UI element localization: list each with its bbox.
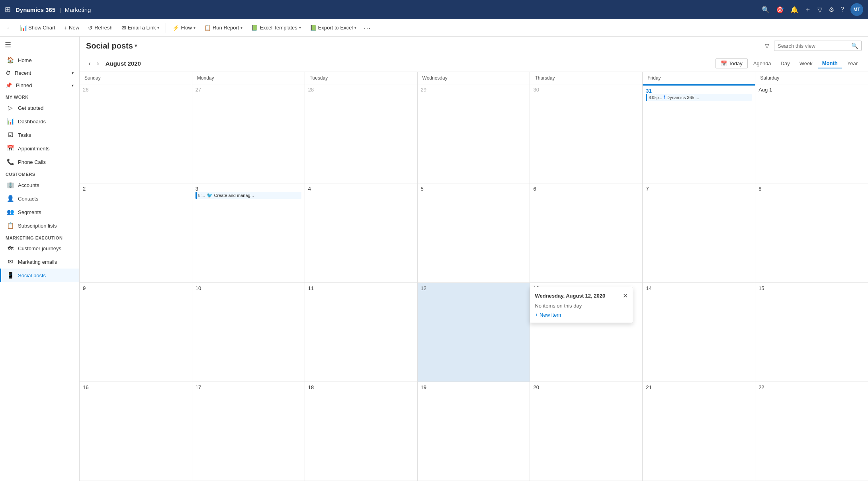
cal-cell-aug1[interactable]: Aug 1 xyxy=(755,84,868,183)
search-input[interactable] xyxy=(778,43,849,49)
cal-cell-8[interactable]: 8 xyxy=(755,183,868,282)
cal-cell-16[interactable]: 16 xyxy=(80,382,192,481)
sidebar-item-label: Segments xyxy=(18,209,41,215)
cal-cell-14[interactable]: 14 xyxy=(643,283,755,382)
run-report-chevron[interactable]: ▾ xyxy=(240,25,242,30)
apps-icon[interactable]: ⊞ xyxy=(5,5,11,14)
sidebar-item-marketing-emails[interactable]: ✉ Marketing emails xyxy=(0,255,79,269)
cal-header-monday: Monday xyxy=(192,72,305,84)
cal-cell-22[interactable]: 22 xyxy=(755,382,868,481)
cal-cell-20[interactable]: 20 xyxy=(530,382,643,481)
email-link-button[interactable]: ✉ Email a Link ▾ xyxy=(117,23,164,33)
sidebar-item-recent[interactable]: ⏱ Recent ▾ xyxy=(0,67,79,79)
cal-view-month[interactable]: Month xyxy=(818,58,842,68)
export-excel-button[interactable]: 📗 Export to Excel ▾ xyxy=(306,23,360,33)
cal-view-week[interactable]: Week xyxy=(796,59,817,68)
back-button[interactable]: ← xyxy=(3,23,15,33)
flow-chevron[interactable]: ▾ xyxy=(194,25,195,30)
email-link-label: Email a Link xyxy=(128,25,156,31)
cal-cell-27[interactable]: 27 xyxy=(192,84,305,183)
cal-cell-21[interactable]: 21 xyxy=(643,382,755,481)
cal-date: 3 xyxy=(195,186,198,192)
cal-view-day[interactable]: Day xyxy=(777,59,794,68)
cal-date: 26 xyxy=(83,87,88,93)
sidebar-item-accounts[interactable]: 🏢 Accounts xyxy=(0,178,79,192)
excel-templates-button[interactable]: 📗 Excel Templates ▾ xyxy=(247,23,305,33)
sidebar-toggle[interactable]: ☰ xyxy=(0,37,79,53)
settings-icon[interactable]: ⚙ xyxy=(829,6,834,14)
new-button[interactable]: + New xyxy=(60,23,83,33)
target-icon[interactable]: 🎯 xyxy=(776,6,784,14)
sidebar-item-get-started[interactable]: ▷ Get started xyxy=(0,101,79,115)
cal-week-row: 9 10 11 12 Wednesday, August 12, 2020 ✕ … xyxy=(80,283,868,382)
cal-cell-19[interactable]: 19 xyxy=(418,382,530,481)
sidebar-item-home[interactable]: 🏠 Home xyxy=(0,53,79,67)
bell-icon[interactable]: 🔔 xyxy=(790,6,798,14)
sidebar-item-pinned[interactable]: 📌 Pinned ▾ xyxy=(0,79,79,92)
marketing-execution-section: Marketing execution xyxy=(0,232,79,242)
more-button[interactable]: ⋯ xyxy=(361,23,373,32)
cal-event[interactable]: 8:05p... f Dynamics 365 ... xyxy=(646,94,752,101)
flow-icon: ⚡ xyxy=(172,25,179,31)
view-filter-icon[interactable]: ▽ xyxy=(763,41,771,51)
cal-cell-4[interactable]: 4 xyxy=(305,183,418,282)
day-popup-new-item[interactable]: + New item xyxy=(535,312,628,318)
cal-prev-button[interactable]: ‹ xyxy=(86,59,93,68)
cal-cell-15[interactable]: 15 xyxy=(755,283,868,382)
add-icon[interactable]: ＋ xyxy=(805,6,811,14)
sidebar-item-segments[interactable]: 👥 Segments xyxy=(0,205,79,219)
excel-templates-chevron[interactable]: ▾ xyxy=(299,25,301,30)
refresh-button[interactable]: ↺ Refresh xyxy=(84,23,117,33)
cal-today-label: Today xyxy=(729,60,743,66)
export-excel-chevron[interactable]: ▾ xyxy=(354,25,356,30)
cal-cell-12[interactable]: 12 Wednesday, August 12, 2020 ✕ No items… xyxy=(418,283,530,382)
cal-next-button[interactable]: › xyxy=(94,59,101,68)
sidebar-item-social-posts[interactable]: 📱 Social posts xyxy=(0,269,79,282)
cal-cell-17[interactable]: 17 xyxy=(192,382,305,481)
cal-event[interactable]: 8:... 🐦 Create and manag... xyxy=(195,192,301,199)
cal-cell-3[interactable]: 3 8:... 🐦 Create and manag... xyxy=(192,183,305,282)
cal-cell-10[interactable]: 10 xyxy=(192,283,305,382)
sidebar-item-subscription-lists[interactable]: 📋 Subscription lists xyxy=(0,219,79,232)
phone-icon: 📞 xyxy=(7,158,14,166)
cal-cell-29[interactable]: 29 xyxy=(418,84,530,183)
email-link-chevron[interactable]: ▾ xyxy=(157,25,159,30)
cal-cell-30[interactable]: 30 xyxy=(530,84,643,183)
search-icon: 🔍 xyxy=(851,43,858,49)
cal-today-button[interactable]: 📅 Today xyxy=(716,58,748,68)
flow-button[interactable]: ⚡ Flow ▾ xyxy=(168,23,199,33)
cal-cell-6[interactable]: 6 xyxy=(530,183,643,282)
cal-cell-11[interactable]: 11 xyxy=(305,283,418,382)
cal-view-year[interactable]: Year xyxy=(843,59,862,68)
sidebar-item-dashboards[interactable]: 📊 Dashboards xyxy=(0,115,79,128)
help-icon[interactable]: ? xyxy=(841,6,844,13)
home-icon: 🏠 xyxy=(7,56,14,64)
cal-cell-31[interactable]: 31 8:05p... f Dynamics 365 ... xyxy=(643,84,755,183)
cal-cell-26[interactable]: 26 xyxy=(80,84,192,183)
sidebar-item-contacts[interactable]: 👤 Contacts xyxy=(0,192,79,205)
cal-cell-2[interactable]: 2 xyxy=(80,183,192,282)
user-avatar[interactable]: MT xyxy=(850,3,863,16)
cal-week-row: 2 3 8:... 🐦 Create and manag... 4 5 6 7 … xyxy=(80,183,868,282)
cal-cell-9[interactable]: 9 xyxy=(80,283,192,382)
filter-icon[interactable]: ▽ xyxy=(817,6,822,14)
sidebar-item-label: Marketing emails xyxy=(18,259,57,265)
cal-header-saturday: Saturday xyxy=(755,72,868,84)
view-title[interactable]: Social posts ▾ xyxy=(86,41,137,51)
sidebar-item-appointments[interactable]: 📅 Appointments xyxy=(0,142,79,155)
cal-week-row: 16 17 18 19 20 21 22 xyxy=(80,382,868,481)
search-icon[interactable]: 🔍 xyxy=(762,6,770,14)
run-report-button[interactable]: 📋 Run Report ▾ xyxy=(200,23,246,33)
cal-cell-18[interactable]: 18 xyxy=(305,382,418,481)
cal-view-agenda[interactable]: Agenda xyxy=(749,59,775,68)
show-chart-button[interactable]: 📊 Show Chart xyxy=(16,23,59,33)
cal-header-tuesday: Tuesday xyxy=(305,72,418,84)
sidebar-item-tasks[interactable]: ☑ Tasks xyxy=(0,128,79,142)
sidebar-item-phone-calls[interactable]: 📞 Phone Calls xyxy=(0,155,79,169)
cal-cell-5[interactable]: 5 xyxy=(418,183,530,282)
topbar-right: 🔍 🎯 🔔 ＋ ▽ ⚙ ? MT xyxy=(762,3,863,16)
cal-cell-28[interactable]: 28 xyxy=(305,84,418,183)
sidebar-item-customer-journeys[interactable]: 🗺 Customer journeys xyxy=(0,242,79,255)
day-popup-close-button[interactable]: ✕ xyxy=(623,292,628,300)
cal-cell-7[interactable]: 7 xyxy=(643,183,755,282)
